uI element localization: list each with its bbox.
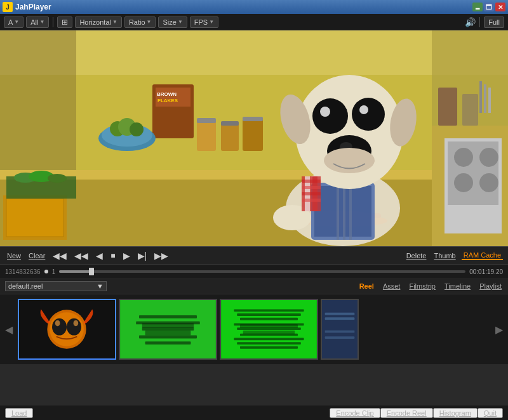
timeline-track[interactable] <box>59 270 465 273</box>
svg-point-54 <box>454 173 473 192</box>
svg-rect-92 <box>240 346 298 349</box>
svg-rect-17 <box>221 122 239 151</box>
svg-point-71 <box>52 318 67 336</box>
svg-rect-66 <box>302 192 321 195</box>
clear-button[interactable]: Clear <box>27 252 47 259</box>
svg-rect-84 <box>234 309 304 312</box>
svg-rect-86 <box>240 318 298 320</box>
histogram-button[interactable]: Histogram <box>433 408 478 418</box>
prev-frame-button[interactable]: ◀ <box>94 251 105 261</box>
svg-rect-99 <box>325 336 355 339</box>
tab-playlist[interactable]: Playlist <box>478 282 503 290</box>
svg-rect-60 <box>488 88 491 113</box>
svg-point-74 <box>74 320 79 327</box>
all-label: All <box>30 18 38 26</box>
filmstrip-prev-arrow[interactable]: ◀ <box>3 324 15 336</box>
size-selector[interactable]: Size ▼ <box>158 16 187 28</box>
svg-rect-93 <box>240 324 298 328</box>
svg-rect-91 <box>237 342 301 345</box>
svg-point-52 <box>454 148 473 167</box>
tab-timeline[interactable]: Timeline <box>443 282 472 290</box>
volume-icon[interactable]: 🔊 <box>465 17 476 27</box>
frame-number: 1 <box>52 268 56 275</box>
svg-point-43 <box>320 107 330 117</box>
svg-rect-16 <box>197 119 216 151</box>
svg-rect-65 <box>302 186 321 189</box>
svg-rect-82 <box>145 331 191 336</box>
svg-rect-18 <box>243 118 263 151</box>
frame-count: 1314832636 <box>5 268 41 275</box>
svg-rect-81 <box>142 323 194 328</box>
svg-rect-8 <box>156 88 190 107</box>
separator-1 <box>53 17 53 27</box>
maximize-button[interactable]: 🗖 <box>484 3 494 11</box>
ratio-selector[interactable]: Ratio ▼ <box>124 16 156 28</box>
app-title: JahPlayer <box>15 3 472 11</box>
svg-rect-85 <box>237 313 301 316</box>
filmstrip-item-3[interactable] <box>220 299 318 360</box>
quit-button[interactable]: Quit <box>478 408 503 418</box>
svg-rect-36 <box>343 183 345 240</box>
close-button[interactable]: ✕ <box>495 3 505 11</box>
svg-rect-67 <box>302 199 321 202</box>
reel-name: default.reel <box>8 282 43 290</box>
svg-rect-98 <box>325 331 355 333</box>
svg-rect-64 <box>302 180 321 183</box>
svg-point-44 <box>359 105 368 114</box>
timeline-thumb[interactable] <box>89 268 94 275</box>
fps-label: FPS <box>194 18 208 26</box>
separator-2 <box>479 17 480 27</box>
reel-tabs: Reel Asset Filmstrip Timeline Playlist <box>358 282 503 290</box>
stop-button[interactable]: ■ <box>109 251 117 260</box>
svg-rect-35 <box>337 183 339 240</box>
layout-icon-btn[interactable]: ⊞ <box>57 16 72 28</box>
play-button[interactable]: ▶ <box>121 251 132 261</box>
fast-forward-button[interactable]: ▶▶ <box>152 251 170 261</box>
load-button[interactable]: Load <box>5 408 33 418</box>
svg-point-42 <box>352 98 385 131</box>
delete-button[interactable]: Delete <box>404 252 429 259</box>
prev-chapter-button[interactable]: ◀◀ <box>51 251 69 261</box>
svg-rect-76 <box>139 315 197 318</box>
filmstrip-next-arrow[interactable]: ▶ <box>493 324 505 336</box>
timecode: 00:01:19.20 <box>469 268 503 275</box>
svg-text:BROWN: BROWN <box>157 91 177 97</box>
new-button[interactable]: New <box>5 252 23 259</box>
svg-rect-94 <box>243 331 295 334</box>
horizontal-selector[interactable]: Horizontal ▼ <box>75 16 121 28</box>
video-area: BROWN FLAKES <box>0 30 508 246</box>
reel-dropdown-arrow: ▼ <box>97 282 104 290</box>
filmstrip-item-1[interactable] <box>18 299 116 360</box>
all-selector[interactable]: All ▼ <box>26 16 49 28</box>
svg-rect-96 <box>325 313 355 315</box>
fullscreen-button[interactable]: Full <box>484 16 504 28</box>
svg-rect-58 <box>479 81 482 113</box>
ram-cache-button[interactable]: RAM Cache <box>462 251 503 260</box>
encode-reel-button[interactable]: Encode Reel <box>380 408 433 418</box>
encode-clip-button[interactable]: Encode Clip <box>330 408 380 418</box>
minimize-button[interactable]: 🗕 <box>472 3 483 11</box>
rewind-button[interactable]: ◀◀ <box>72 251 90 261</box>
svg-text:FLAKES: FLAKES <box>157 98 178 103</box>
tab-filmstrip[interactable]: Filmstrip <box>408 282 437 290</box>
thumb-button[interactable]: Thumb <box>432 252 457 259</box>
tab-reel[interactable]: Reel <box>358 282 375 290</box>
filmstrip-area: ◀ <box>0 294 508 364</box>
svg-rect-21 <box>243 117 263 121</box>
svg-rect-80 <box>145 341 191 345</box>
svg-point-41 <box>312 98 348 134</box>
svg-rect-59 <box>484 84 486 113</box>
svg-point-53 <box>479 148 498 167</box>
svg-point-15 <box>130 122 144 136</box>
filmstrip-item-4[interactable] <box>321 299 359 360</box>
next-frame-button[interactable]: ▶| <box>136 251 149 261</box>
horizontal-label: Horizontal <box>79 18 111 26</box>
track-selector[interactable]: A ▼ <box>4 16 23 28</box>
tab-asset[interactable]: Asset <box>382 282 402 290</box>
fps-arrow: ▼ <box>209 19 214 25</box>
filmstrip-items <box>18 299 490 360</box>
track-arrow: ▼ <box>14 19 19 25</box>
fps-selector[interactable]: FPS ▼ <box>190 16 218 28</box>
filmstrip-item-2[interactable] <box>119 299 217 360</box>
reel-selector[interactable]: default.reel ▼ <box>5 281 107 291</box>
